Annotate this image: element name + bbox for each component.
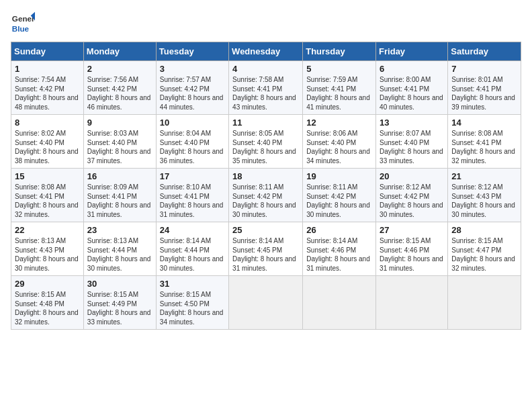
day-details: Sunrise: 8:05 AMSunset: 4:40 PMDaylight:… xyxy=(232,130,296,165)
day-details: Sunrise: 8:14 AMSunset: 4:45 PMDaylight:… xyxy=(232,237,296,272)
day-details: Sunrise: 8:15 AMSunset: 4:49 PMDaylight:… xyxy=(87,291,151,326)
calendar-cell: 13 Sunrise: 8:07 AMSunset: 4:40 PMDaylig… xyxy=(376,115,448,169)
calendar-cell: 25 Sunrise: 8:14 AMSunset: 4:45 PMDaylig… xyxy=(229,222,303,276)
weekday-header-monday: Monday xyxy=(83,42,156,61)
calendar-week-3: 15 Sunrise: 8:08 AMSunset: 4:41 PMDaylig… xyxy=(11,169,521,222)
calendar-cell: 7 Sunrise: 8:01 AMSunset: 4:41 PMDayligh… xyxy=(448,61,521,115)
weekday-header-wednesday: Wednesday xyxy=(229,42,303,61)
day-number: 17 xyxy=(160,171,225,181)
day-number: 16 xyxy=(87,171,152,181)
weekday-header-thursday: Thursday xyxy=(303,42,376,61)
day-details: Sunrise: 8:13 AMSunset: 4:43 PMDaylight:… xyxy=(15,237,79,272)
calendar-cell: 19 Sunrise: 8:11 AMSunset: 4:42 PMDaylig… xyxy=(303,169,376,222)
day-details: Sunrise: 8:03 AMSunset: 4:40 PMDaylight:… xyxy=(87,130,151,165)
day-number: 13 xyxy=(380,118,444,128)
calendar-cell: 3 Sunrise: 7:57 AMSunset: 4:42 PMDayligh… xyxy=(156,61,228,115)
calendar-cell: 10 Sunrise: 8:04 AMSunset: 4:40 PMDaylig… xyxy=(156,115,228,169)
calendar-week-2: 8 Sunrise: 8:02 AMSunset: 4:40 PMDayligh… xyxy=(11,115,521,169)
day-details: Sunrise: 8:08 AMSunset: 4:41 PMDaylight:… xyxy=(451,130,515,165)
day-details: Sunrise: 8:01 AMSunset: 4:41 PMDaylight:… xyxy=(451,76,515,111)
day-details: Sunrise: 8:11 AMSunset: 4:42 PMDaylight:… xyxy=(232,183,296,218)
day-number: 12 xyxy=(306,118,372,128)
day-details: Sunrise: 8:11 AMSunset: 4:42 PMDaylight:… xyxy=(306,183,370,218)
day-number: 9 xyxy=(87,118,152,128)
day-details: Sunrise: 8:02 AMSunset: 4:40 PMDaylight:… xyxy=(15,130,79,165)
day-details: Sunrise: 8:15 AMSunset: 4:47 PMDaylight:… xyxy=(451,237,515,272)
day-details: Sunrise: 7:56 AMSunset: 4:42 PMDaylight:… xyxy=(87,76,151,111)
day-details: Sunrise: 8:14 AMSunset: 4:44 PMDaylight:… xyxy=(160,237,224,272)
calendar-cell: 15 Sunrise: 8:08 AMSunset: 4:41 PMDaylig… xyxy=(11,169,84,222)
calendar-cell: 27 Sunrise: 8:15 AMSunset: 4:46 PMDaylig… xyxy=(376,222,448,276)
calendar-cell: 12 Sunrise: 8:06 AMSunset: 4:40 PMDaylig… xyxy=(303,115,376,169)
day-number: 26 xyxy=(306,225,372,235)
calendar-table: SundayMondayTuesdayWednesdayThursdayFrid… xyxy=(11,42,521,330)
weekday-header-tuesday: Tuesday xyxy=(156,42,228,61)
calendar-week-1: 1 Sunrise: 7:54 AMSunset: 4:42 PMDayligh… xyxy=(11,61,521,115)
day-number: 18 xyxy=(232,171,299,181)
day-number: 2 xyxy=(87,64,152,74)
day-details: Sunrise: 8:07 AMSunset: 4:40 PMDaylight:… xyxy=(380,130,443,165)
day-details: Sunrise: 8:10 AMSunset: 4:41 PMDaylight:… xyxy=(160,183,224,218)
day-details: Sunrise: 8:15 AMSunset: 4:50 PMDaylight:… xyxy=(160,291,224,326)
calendar-cell xyxy=(229,276,303,330)
calendar-cell: 6 Sunrise: 8:00 AMSunset: 4:41 PMDayligh… xyxy=(376,61,448,115)
calendar-cell: 8 Sunrise: 8:02 AMSunset: 4:40 PMDayligh… xyxy=(11,115,84,169)
logo: General Blue xyxy=(11,11,38,35)
calendar-cell: 2 Sunrise: 7:56 AMSunset: 4:42 PMDayligh… xyxy=(83,61,156,115)
day-number: 14 xyxy=(451,118,517,128)
day-number: 6 xyxy=(380,64,444,74)
day-number: 31 xyxy=(160,279,225,289)
weekday-header-sunday: Sunday xyxy=(11,42,84,61)
day-number: 7 xyxy=(451,64,517,74)
day-number: 10 xyxy=(160,118,225,128)
calendar-cell: 31 Sunrise: 8:15 AMSunset: 4:50 PMDaylig… xyxy=(156,276,228,330)
day-number: 29 xyxy=(15,279,80,289)
day-number: 28 xyxy=(451,225,517,235)
calendar-cell xyxy=(376,276,448,330)
calendar-body: 1 Sunrise: 7:54 AMSunset: 4:42 PMDayligh… xyxy=(11,61,521,330)
day-number: 23 xyxy=(87,225,152,235)
day-number: 24 xyxy=(160,225,225,235)
day-number: 15 xyxy=(15,171,80,181)
calendar-cell: 17 Sunrise: 8:10 AMSunset: 4:41 PMDaylig… xyxy=(156,169,228,222)
day-details: Sunrise: 8:00 AMSunset: 4:41 PMDaylight:… xyxy=(380,76,443,111)
page-header: General Blue xyxy=(11,11,521,35)
calendar-cell: 21 Sunrise: 8:12 AMSunset: 4:43 PMDaylig… xyxy=(448,169,521,222)
weekday-header-friday: Friday xyxy=(376,42,448,61)
day-details: Sunrise: 7:58 AMSunset: 4:41 PMDaylight:… xyxy=(232,76,296,111)
calendar-cell: 11 Sunrise: 8:05 AMSunset: 4:40 PMDaylig… xyxy=(229,115,303,169)
calendar-cell: 9 Sunrise: 8:03 AMSunset: 4:40 PMDayligh… xyxy=(83,115,156,169)
day-number: 8 xyxy=(15,118,80,128)
calendar-cell: 26 Sunrise: 8:14 AMSunset: 4:46 PMDaylig… xyxy=(303,222,376,276)
day-number: 22 xyxy=(15,225,80,235)
svg-text:Blue: Blue xyxy=(12,24,30,33)
day-details: Sunrise: 7:54 AMSunset: 4:42 PMDaylight:… xyxy=(15,76,79,111)
calendar-cell xyxy=(448,276,521,330)
calendar-week-4: 22 Sunrise: 8:13 AMSunset: 4:43 PMDaylig… xyxy=(11,222,521,276)
day-details: Sunrise: 8:06 AMSunset: 4:40 PMDaylight:… xyxy=(306,130,370,165)
day-details: Sunrise: 8:14 AMSunset: 4:46 PMDaylight:… xyxy=(306,237,370,272)
day-details: Sunrise: 8:12 AMSunset: 4:43 PMDaylight:… xyxy=(451,183,515,218)
day-details: Sunrise: 8:15 AMSunset: 4:46 PMDaylight:… xyxy=(380,237,443,272)
day-details: Sunrise: 8:15 AMSunset: 4:48 PMDaylight:… xyxy=(15,291,79,326)
calendar-cell: 14 Sunrise: 8:08 AMSunset: 4:41 PMDaylig… xyxy=(448,115,521,169)
day-details: Sunrise: 8:04 AMSunset: 4:40 PMDaylight:… xyxy=(160,130,224,165)
calendar-week-5: 29 Sunrise: 8:15 AMSunset: 4:48 PMDaylig… xyxy=(11,276,521,330)
day-details: Sunrise: 8:09 AMSunset: 4:41 PMDaylight:… xyxy=(87,183,151,218)
day-number: 30 xyxy=(87,279,152,289)
calendar-cell: 1 Sunrise: 7:54 AMSunset: 4:42 PMDayligh… xyxy=(11,61,84,115)
calendar-cell: 22 Sunrise: 8:13 AMSunset: 4:43 PMDaylig… xyxy=(11,222,84,276)
day-number: 25 xyxy=(232,225,299,235)
calendar-cell: 4 Sunrise: 7:58 AMSunset: 4:41 PMDayligh… xyxy=(229,61,303,115)
day-details: Sunrise: 7:59 AMSunset: 4:41 PMDaylight:… xyxy=(306,76,370,111)
calendar-header-row: SundayMondayTuesdayWednesdayThursdayFrid… xyxy=(11,42,521,61)
day-details: Sunrise: 8:08 AMSunset: 4:41 PMDaylight:… xyxy=(15,183,79,218)
day-number: 27 xyxy=(380,225,444,235)
day-number: 4 xyxy=(232,64,299,74)
day-details: Sunrise: 8:13 AMSunset: 4:44 PMDaylight:… xyxy=(87,237,151,272)
day-number: 5 xyxy=(306,64,372,74)
calendar-cell: 28 Sunrise: 8:15 AMSunset: 4:47 PMDaylig… xyxy=(448,222,521,276)
weekday-header-saturday: Saturday xyxy=(448,42,521,61)
calendar-cell: 29 Sunrise: 8:15 AMSunset: 4:48 PMDaylig… xyxy=(11,276,84,330)
calendar-cell xyxy=(303,276,376,330)
